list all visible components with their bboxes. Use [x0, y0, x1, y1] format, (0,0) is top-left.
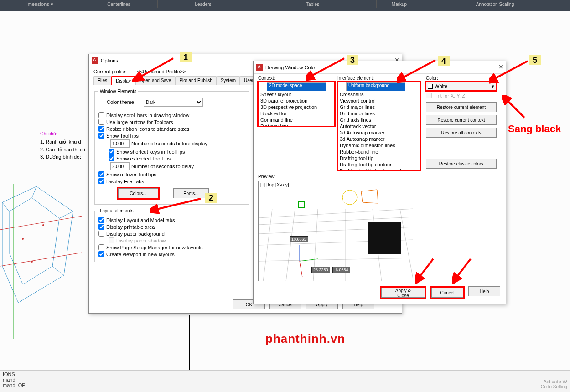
- svg-line-18: [286, 209, 295, 281]
- autocad-icon: [256, 64, 263, 71]
- activate-windows: Activate WGo to Setting: [541, 379, 567, 389]
- chk-scrollbars[interactable]: [98, 112, 104, 118]
- autocad-icon: [92, 57, 98, 64]
- ribbon-panel-label: imensions ▾: [0, 0, 80, 8]
- svg-line-15: [259, 258, 413, 261]
- chk-show-tooltips[interactable]: [98, 133, 104, 139]
- tab-system[interactable]: System: [217, 76, 240, 85]
- interface-element-list[interactable]: Uniform backgroundCrosshairsViewport con…: [337, 82, 420, 170]
- svg-line-28: [139, 58, 173, 77]
- svg-line-2: [59, 211, 73, 218]
- svg-point-8: [22, 238, 24, 240]
- chk-paper-background[interactable]: [98, 231, 104, 237]
- svg-line-29: [155, 199, 201, 210]
- chk-printable-area[interactable]: [98, 224, 104, 230]
- restore-context-button[interactable]: Restore current context: [426, 115, 497, 125]
- num-seconds-display[interactable]: [110, 139, 130, 148]
- restore-classic-button[interactable]: Restore classic colors: [426, 159, 497, 169]
- svg-point-26: [342, 190, 357, 205]
- svg-line-33: [506, 99, 524, 118]
- cancel-button[interactable]: Cancel: [431, 288, 463, 298]
- dim-value: 28.2280: [311, 267, 330, 273]
- window-elements-group: Window Elements Color theme: Dark Displa…: [94, 89, 249, 205]
- interface-element-item[interactable]: Viewport control: [338, 98, 420, 104]
- interface-element-item[interactable]: Grid minor lines: [338, 110, 420, 117]
- chk-paper-shadow: [109, 237, 114, 243]
- chk-extended-tooltips[interactable]: [109, 155, 114, 161]
- help-button[interactable]: Help: [468, 286, 500, 296]
- chk-large-buttons[interactable]: [98, 119, 104, 125]
- preview-box: [+][Top][X-ray]: [258, 181, 413, 281]
- preview-cube: [368, 222, 401, 254]
- interface-element-item[interactable]: 3d Autosnap marker: [338, 136, 420, 142]
- command-line[interactable]: IONS mand: mand: OP: [0, 370, 570, 392]
- chk-layout-model-tabs[interactable]: [98, 217, 104, 223]
- floor-plan-drawing: [0, 184, 82, 339]
- interface-element-item[interactable]: Grid major lines: [338, 104, 420, 110]
- chk-file-tabs[interactable]: [98, 178, 104, 184]
- svg-line-32: [493, 61, 528, 79]
- ribbon-leaders[interactable]: Leaders: [158, 0, 249, 8]
- chk-resize-ribbon[interactable]: [98, 126, 104, 132]
- ribbon-tables[interactable]: Tables: [249, 0, 377, 8]
- tab-plot-publish[interactable]: Plot and Publish: [175, 76, 216, 85]
- context-item[interactable]: 3D perspective projection: [259, 104, 334, 110]
- chk-tint-xyz: [426, 93, 432, 98]
- svg-line-11: [259, 209, 413, 218]
- drawing-notes: Ghi chú: 1. Ranh giới khu đ 2. Cao độ sa…: [40, 130, 85, 161]
- svg-line-3: [52, 266, 64, 275]
- svg-line-34: [419, 259, 433, 278]
- apply-close-button[interactable]: Apply & Close: [381, 288, 425, 298]
- svg-rect-27: [299, 202, 304, 207]
- watermark: phanthinh.vn: [265, 332, 345, 346]
- svg-line-35: [456, 259, 471, 278]
- svg-line-30: [310, 58, 344, 77]
- interface-element-item[interactable]: Drafting tool tip: [338, 155, 420, 161]
- preview-label: Preview:: [258, 174, 501, 179]
- note-line: 2. Cao độ sau thi cô: [40, 146, 85, 154]
- chk-shortcut-keys[interactable]: [109, 149, 114, 155]
- ribbon-markup[interactable]: Markup: [377, 0, 422, 8]
- restore-all-contexts-button[interactable]: Restore all contexts: [426, 128, 497, 138]
- color-swatch: [428, 84, 433, 89]
- context-item[interactable]: Sheet / layout: [259, 91, 334, 98]
- note-line: 3. Đường bình độ:: [40, 153, 85, 161]
- svg-line-0: [2, 202, 9, 211]
- note-line: 1. Ranh giới khu đ: [40, 138, 85, 146]
- context-list[interactable]: 2D model spaceSheet / layout3D parallel …: [258, 82, 335, 126]
- layout-elements-group: Layout elements Display Layout and Model…: [94, 208, 249, 262]
- context-item[interactable]: Block editor: [259, 110, 334, 117]
- svg-line-24: [300, 261, 302, 277]
- context-item[interactable]: 2D model space: [267, 82, 326, 91]
- context-item[interactable]: Command line: [259, 117, 334, 123]
- dwc-titlebar[interactable]: Drawing Window Colo ×: [254, 61, 506, 74]
- interface-element-item[interactable]: Drafting tool tip contour: [338, 161, 420, 168]
- svg-point-9: [42, 224, 44, 226]
- interface-element-item[interactable]: Autotrack vector: [338, 123, 420, 129]
- chk-create-viewport[interactable]: [98, 251, 104, 257]
- svg-line-22: [400, 209, 413, 281]
- notes-header: Ghi chú:: [40, 130, 85, 137]
- interface-element-item[interactable]: Rubber-band line: [338, 149, 420, 155]
- dim-value: -6.0884: [332, 267, 350, 273]
- chk-rollover-tooltips[interactable]: [98, 171, 104, 177]
- options-title: Options: [101, 58, 118, 63]
- color-theme-label: Color theme:: [107, 99, 135, 105]
- restore-element-button[interactable]: Restore current element: [426, 102, 497, 112]
- context-item[interactable]: 3D parallel projection: [259, 98, 334, 104]
- interface-element-item[interactable]: 2d Autosnap marker: [338, 129, 420, 136]
- interface-element-item[interactable]: Dynamic dimension lines: [338, 142, 420, 149]
- tab-files[interactable]: Files: [93, 76, 111, 85]
- dim-value: 10.6063: [290, 236, 308, 242]
- ribbon-centerlines[interactable]: Centerlines: [80, 0, 158, 8]
- interface-element-item[interactable]: Crosshairs: [338, 91, 420, 98]
- tab-display[interactable]: Display: [111, 76, 135, 85]
- interface-element-item[interactable]: Drafting tool tip background: [338, 168, 420, 170]
- ribbon: imensions ▾ Centerlines Leaders Tables M…: [0, 0, 570, 11]
- num-seconds-delay[interactable]: [110, 162, 130, 170]
- color-theme-select[interactable]: Dark: [144, 98, 203, 107]
- chk-page-setup-manager[interactable]: [98, 244, 104, 250]
- context-item[interactable]: Plot preview: [259, 123, 334, 126]
- ribbon-anno-scaling[interactable]: Annotation Scaling: [422, 0, 568, 8]
- interface-element-item[interactable]: Grid axis lines: [338, 117, 420, 123]
